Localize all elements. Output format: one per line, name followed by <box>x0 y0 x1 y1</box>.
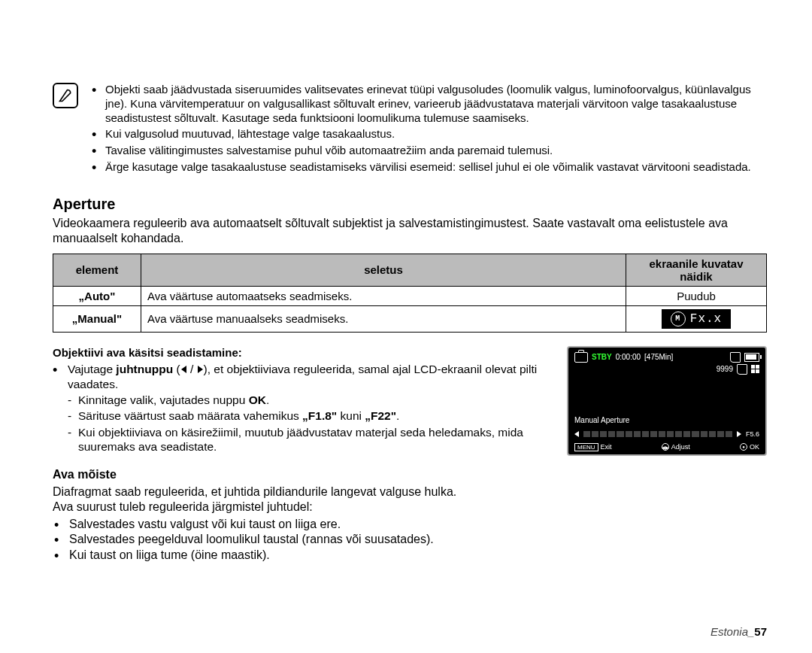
row-desc: Ava väärtuse manuaalseks seadmiseks. <box>141 305 626 332</box>
table-row: „Auto" Ava väärtuse automaatseks seadmis… <box>53 286 767 305</box>
adjust-label: Adjust <box>671 443 690 451</box>
manual-set-text: Objektiivi ava käsitsi seadistamine: Vaj… <box>53 346 548 456</box>
page-footer: Estonia_57 <box>710 625 767 638</box>
text: . <box>266 393 269 406</box>
note-icon <box>53 83 78 108</box>
battery-icon <box>744 353 759 362</box>
aperture-intro: Videokaamera reguleerib ava automaatselt… <box>53 216 767 246</box>
note-block: Objekti saab jäädvustada siseruumides va… <box>53 83 767 177</box>
exit-label: Exit <box>601 443 612 451</box>
text: Särituse väärtust saab määrata vahemikus <box>78 409 302 422</box>
bold: „F22" <box>365 409 396 422</box>
stby-badge: STBY <box>592 353 612 361</box>
footer-text: Estonia_ <box>710 625 754 638</box>
aperture-slider: F5.6 <box>574 430 759 438</box>
ava-moiste-p2: Ava suurust tuleb reguleerida järgmistel… <box>53 500 767 515</box>
text: ( <box>173 363 180 375</box>
grid-icon <box>751 365 759 373</box>
slider-left-icon <box>574 431 579 437</box>
mode-label: Manual Aperture <box>574 416 629 424</box>
right-arrow-icon <box>198 366 203 373</box>
row-label: „Manual" <box>53 305 141 332</box>
ava-moiste-heading: Ava mõiste <box>53 467 767 482</box>
card-icon <box>730 352 741 363</box>
th-element: element <box>53 254 141 286</box>
storage-icon <box>737 364 747 375</box>
note-item: Objekti saab jäädvustada siseruumides va… <box>92 83 767 125</box>
display-badge: M Fx.x <box>662 309 731 329</box>
th-display: ekraanile kuvatav näidik <box>626 254 767 286</box>
remaining-time: [475Min] <box>644 353 673 361</box>
manual-set-main: Vajutage juhtnuppu ( / ), et objektiivia… <box>53 362 548 454</box>
ava-moiste-p1: Diafragmat saab reguleerida, et juhtida … <box>53 484 767 500</box>
row-display: Puudub <box>626 286 767 305</box>
bold: OK <box>249 393 266 406</box>
aperture-heading: Aperture <box>53 196 767 213</box>
aperture-table: element seletus ekraanile kuvatav näidik… <box>53 254 767 333</box>
text: Vajutage <box>68 363 116 375</box>
text: Kinnitage valik, vajutades nuppu <box>78 393 249 406</box>
list-item: Salvestades vastu valgust või kui taust … <box>53 517 767 532</box>
note-list: Objekti saab jäädvustada siseruumides va… <box>92 83 767 177</box>
ava-moiste-section: Ava mõiste Diafragmat saab reguleerida, … <box>53 467 767 563</box>
f-value: F5.6 <box>746 430 759 438</box>
note-item: Ärge kasutage valge tasakaalustuse seadi… <box>92 160 767 175</box>
note-item: Tavalise välitingimustes salvestamise pu… <box>92 144 767 158</box>
table-row: „Manual" Ava väärtuse manuaalseks seadmi… <box>53 305 767 332</box>
list-item: Kui taust on liiga tume (öine maastik). <box>53 548 767 563</box>
list-item: Salvestades peegelduval loomulikul taust… <box>53 532 767 547</box>
bold: „F1.8" <box>302 409 337 422</box>
note-item: Kui valgusolud muutuvad, lähtestage valg… <box>92 127 767 141</box>
bold: juhtnuppu <box>116 363 173 375</box>
slider-track <box>583 431 732 437</box>
ava-moiste-list: Salvestades vastu valgust või kui taust … <box>53 517 767 563</box>
th-desc: seletus <box>141 254 626 286</box>
manual-set-heading: Objektiivi ava käsitsi seadistamine: <box>53 346 548 360</box>
camera-lcd-screen: STBY 0:00:00 [475Min] 9999 Manual Apertu… <box>567 346 767 456</box>
row-desc: Ava väärtuse automaatseks seadmiseks. <box>141 286 626 305</box>
menu-badge: MENU <box>574 443 598 451</box>
ok-icon: ● <box>740 443 747 451</box>
page-number: 57 <box>754 625 767 638</box>
sub-item: Särituse väärtust saab määrata vahemikus… <box>68 409 548 423</box>
sub-item: Kinnitage valik, vajutades nuppu OK. <box>68 393 548 407</box>
sub-item: Kui objektiiviava on käsirežiimil, muutu… <box>68 425 548 454</box>
row-display: M Fx.x <box>626 305 767 332</box>
manual-set-list: Vajutage juhtnuppu ( / ), et objektiivia… <box>53 362 548 454</box>
camera-screen-col: STBY 0:00:00 [475Min] 9999 Manual Apertu… <box>567 346 767 456</box>
display-badge-text: Fx.x <box>690 312 722 326</box>
manual-page: Objekti saab jäädvustada siseruumides va… <box>0 0 812 653</box>
manual-mode-icon: M <box>671 311 686 326</box>
text: . <box>396 409 399 422</box>
camera-icon <box>574 352 588 363</box>
left-arrow-icon <box>181 366 186 373</box>
row-label: „Auto" <box>53 286 141 305</box>
ok-label: OK <box>750 443 759 451</box>
timecode: 0:00:00 <box>616 353 641 361</box>
manual-set-row: Objektiivi ava käsitsi seadistamine: Vaj… <box>53 346 767 456</box>
shot-count: 9999 <box>717 365 733 373</box>
adjust-icon: ◀▶ <box>662 443 669 451</box>
slider-right-icon <box>737 431 741 437</box>
text: kuni <box>337 409 365 422</box>
